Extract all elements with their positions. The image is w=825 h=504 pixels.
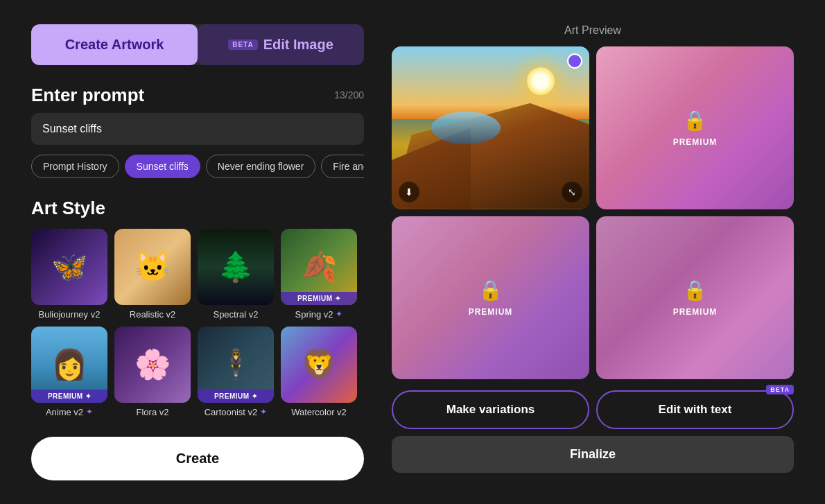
edit-text-beta: BETA: [766, 385, 794, 394]
tab-edit-image[interactable]: BETA Edit Image: [198, 24, 364, 65]
style-item-watercolor[interactable]: 🦁 Watercolor v2: [281, 327, 357, 417]
spring-plus: ✦: [336, 309, 342, 319]
style-label-realistic: Realistic v2: [130, 309, 175, 320]
preview-cell-main[interactable]: ⬇ ⤡: [392, 46, 589, 209]
prompt-header: Enter prompt 13/200: [31, 85, 364, 106]
finalize-button[interactable]: Finalize: [392, 436, 794, 473]
premium-label-2: PREMIUM: [469, 307, 513, 317]
chip-sunset[interactable]: Sunset cliffs: [125, 155, 200, 178]
chip-flower[interactable]: Never ending flower: [206, 155, 316, 178]
lock-icon-2: 🔒: [478, 279, 503, 302]
prompt-count: 13/200: [334, 89, 364, 101]
premium-label-1: PREMIUM: [673, 137, 718, 147]
style-label-flora: Flora v2: [137, 407, 169, 417]
chips-row: Prompt History Sunset cliffs Never endin…: [31, 155, 364, 178]
art-style-title: Art Style: [31, 198, 364, 219]
selected-indicator: [567, 53, 582, 69]
cartoonist-plus: ✦: [260, 407, 267, 417]
tab-bar: Create Artwork BETA Edit Image: [31, 24, 364, 65]
style-item-buliojourney[interactable]: 🦋 Buliojourney v2: [31, 229, 107, 320]
style-label-spectral: Spectral v2: [213, 309, 258, 320]
prompt-title: Enter prompt: [31, 85, 144, 106]
style-item-spring[interactable]: 🍂 PREMIUM ✦ Spring v2 ✦: [281, 229, 357, 320]
download-button[interactable]: ⬇: [399, 182, 419, 202]
art-preview-title: Art Preview: [392, 24, 794, 37]
anime-plus: ✦: [86, 407, 93, 417]
style-item-cartoonist[interactable]: 🕴️ PREMIUM ✦ Cartoonist v2 ✦: [198, 327, 274, 417]
lock-icon-1: 🔒: [683, 109, 707, 132]
tab-create-artwork[interactable]: Create Artwork: [31, 24, 198, 65]
style-label-spring: Spring v2 ✦: [295, 309, 343, 320]
preview-cell-premium-3[interactable]: 🔒 PREMIUM: [596, 216, 794, 379]
create-artwork-label: Create Artwork: [65, 37, 164, 52]
preview-cell-premium-2[interactable]: 🔒 PREMIUM: [392, 216, 589, 379]
style-label-cartoonist: Cartoonist v2 ✦: [205, 407, 268, 417]
cartoonist-premium-overlay: PREMIUM ✦: [198, 390, 274, 403]
edit-beta-badge: BETA: [228, 40, 257, 50]
preview-cell-premium-1[interactable]: 🔒 PREMIUM: [596, 46, 794, 209]
style-grid: 🦋 Buliojourney v2 🐱 Realistic v2 🌲 Spect…: [31, 229, 364, 417]
spring-premium-overlay: PREMIUM ✦: [281, 292, 357, 305]
make-variations-button[interactable]: Make variations: [392, 390, 589, 429]
expand-button[interactable]: ⤡: [562, 182, 582, 202]
style-item-flora[interactable]: 🌸 Flora v2: [114, 327, 191, 417]
chip-fire[interactable]: Fire and: [321, 155, 364, 178]
right-panel: Art Preview ⬇ ⤡: [392, 24, 794, 473]
edit-image-label: Edit Image: [263, 37, 333, 53]
preview-grid: ⬇ ⤡ 🔒 PREMIUM 🔒 PREMIUM 🔒 PREMIUM: [392, 46, 794, 379]
lock-icon-3: 🔒: [683, 279, 707, 302]
action-row: Make variations BETA Edit with text: [392, 390, 794, 429]
create-button[interactable]: Create: [31, 437, 364, 480]
style-label-watercolor: Watercolor v2: [291, 407, 347, 417]
style-item-anime[interactable]: 👩 PREMIUM ✦ Anime v2 ✦: [31, 327, 107, 417]
prompt-input[interactable]: [31, 113, 364, 145]
style-label-buliojourney: Buliojourney v2: [39, 309, 101, 320]
style-item-spectral[interactable]: 🌲 Spectral v2: [198, 229, 274, 320]
style-label-anime: Anime v2 ✦: [46, 407, 93, 417]
left-panel: Create Artwork BETA Edit Image Enter pro…: [31, 24, 364, 480]
edit-with-text-button[interactable]: BETA Edit with text: [596, 390, 794, 429]
premium-label-3: PREMIUM: [673, 307, 718, 317]
anime-premium-overlay: PREMIUM ✦: [31, 390, 107, 403]
style-item-realistic[interactable]: 🐱 Realistic v2: [114, 229, 191, 320]
chip-prompt-history[interactable]: Prompt History: [31, 155, 119, 178]
